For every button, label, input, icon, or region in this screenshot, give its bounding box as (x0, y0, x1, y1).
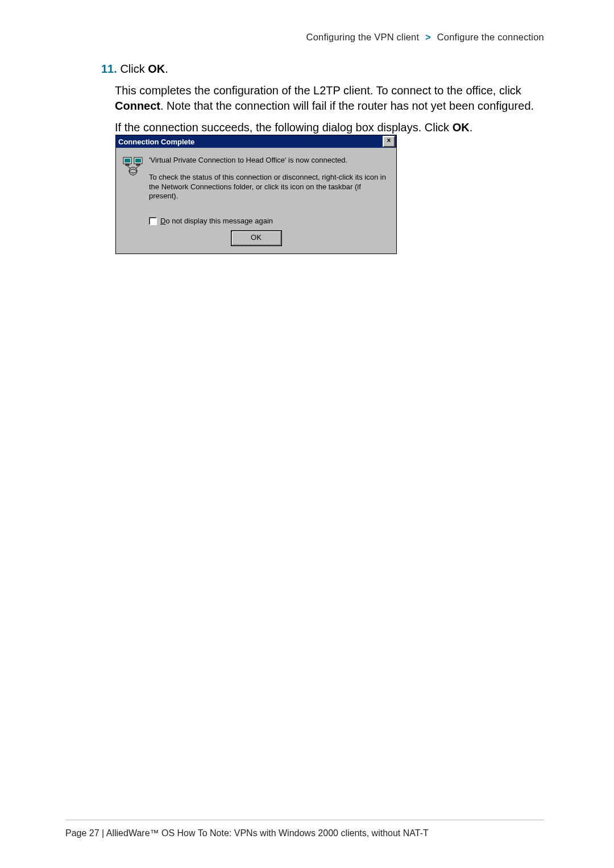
svg-rect-1 (125, 159, 130, 163)
svg-rect-2 (126, 164, 129, 165)
ok-button[interactable]: OK (231, 231, 281, 246)
breadcrumb: Configuring the VPN client > Configure t… (306, 32, 544, 43)
step-text-suffix: . (165, 63, 168, 75)
network-connection-icon (123, 156, 143, 176)
dialog-text-column: 'Virtual Private Connection to Head Offi… (149, 156, 389, 209)
svg-rect-4 (135, 159, 141, 163)
breadcrumb-separator-icon: > (422, 32, 434, 42)
dialog-titlebar: Connection Complete × (116, 135, 396, 148)
svg-line-7 (127, 166, 130, 168)
dialog-body: 'Virtual Private Connection to Head Offi… (116, 148, 396, 213)
dialog-checkbox-row: Do not display this message again (116, 213, 396, 231)
body-paragraph-1: This completes the configuration of the … (101, 83, 546, 114)
checkbox-accel: D (160, 217, 165, 225)
para2-b: . (470, 121, 473, 134)
do-not-display-checkbox[interactable] (149, 217, 157, 225)
step-text-bold: OK (148, 63, 165, 75)
document-page: Configuring the VPN client > Configure t… (0, 0, 614, 868)
breadcrumb-section: Configuring the VPN client (306, 32, 420, 42)
dialog-button-row: OK (116, 231, 396, 254)
checkbox-label: Do not display this message again (160, 217, 273, 225)
dialog-icon-column (123, 156, 149, 209)
para2-bold: OK (453, 121, 470, 134)
dialog-message-1: 'Virtual Private Connection to Head Offi… (149, 156, 389, 165)
page-footer: Page 27 | AlliedWare™ OS How To Note: VP… (65, 828, 429, 838)
svg-point-6 (129, 167, 137, 175)
connection-complete-dialog: Connection Complete × (115, 135, 397, 254)
step-text-prefix: Click (120, 63, 148, 75)
svg-line-8 (136, 166, 139, 168)
step-line: 11. Click OK. (101, 61, 546, 77)
para1-a: This completes the configuration of the … (115, 84, 521, 97)
footer-rule (65, 820, 544, 820)
dialog-title: Connection Complete (118, 138, 194, 146)
ok-button-label: OK (251, 233, 262, 242)
dialog-message-2: To check the status of this connection o… (149, 173, 389, 201)
close-icon: × (387, 136, 391, 144)
checkbox-rest: o not display this message again (165, 217, 273, 225)
para1-b: . Note that the connection will fail if … (160, 99, 534, 112)
body-paragraph-2: If the connection succeeds, the followin… (101, 120, 546, 136)
content-area: 11. Click OK. This completes the configu… (101, 61, 546, 141)
para1-bold: Connect (115, 99, 160, 112)
para2-a: If the connection succeeds, the followin… (115, 121, 453, 134)
step-number: 11. (101, 63, 117, 75)
breadcrumb-subsection: Configure the connection (437, 32, 544, 42)
close-button[interactable]: × (383, 136, 395, 147)
svg-rect-5 (136, 164, 140, 165)
